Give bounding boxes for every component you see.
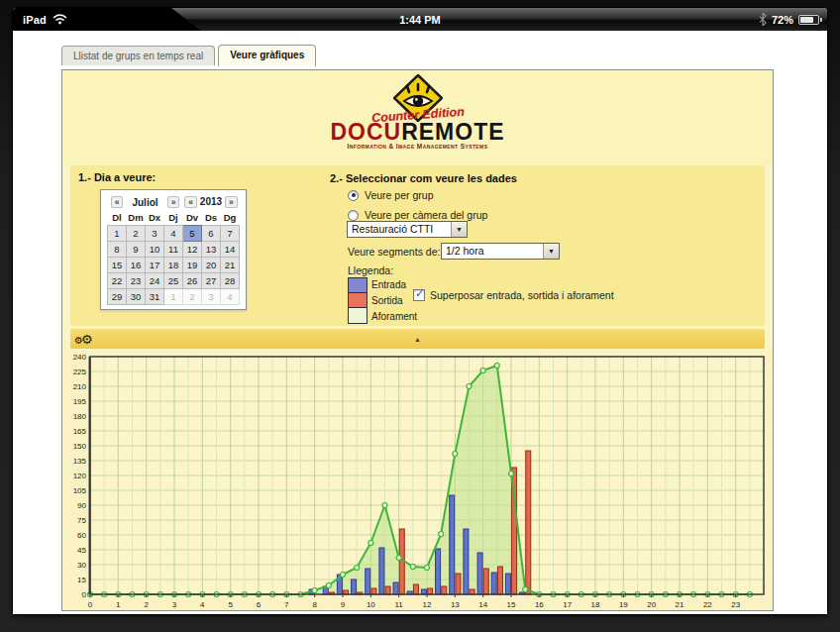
segments-label: Veure segments de: xyxy=(348,246,440,258)
docuremote-logo: Counter Edition DOCUREMOTE Information &… xyxy=(324,74,512,150)
svg-text:135: 135 xyxy=(73,457,87,466)
svg-text:19: 19 xyxy=(619,600,628,609)
legend-swatch-aforament xyxy=(349,308,367,323)
screen: iPad 1:44 PM 72% Llistat de grups en tem… xyxy=(13,8,827,614)
superposar-check-row: Superposar entrada, sortida i aforament xyxy=(413,289,614,301)
battery-icon xyxy=(798,15,819,25)
radio-veure-per-grup[interactable] xyxy=(348,190,359,201)
form-section: 1.- Dia a veure: «Juliol»« 2013 »DlDmDxD… xyxy=(70,165,765,326)
group-select[interactable]: Restauració CTTI ▼ xyxy=(347,221,468,238)
calendar-day[interactable]: 21 xyxy=(221,258,240,273)
status-bar: iPad 1:44 PM 72% xyxy=(13,8,827,31)
calendar-day[interactable]: 11 xyxy=(164,242,183,258)
group-select-value: Restauració CTTI xyxy=(348,222,451,237)
weekday-label: Dm xyxy=(127,210,146,226)
calendar-next-year[interactable]: » xyxy=(225,196,238,208)
svg-text:1: 1 xyxy=(116,600,121,609)
weekday-label: Dj xyxy=(164,210,183,226)
calendar-day[interactable]: 18 xyxy=(164,258,183,273)
calendar-day[interactable]: 1 xyxy=(164,289,183,305)
calendar-day[interactable]: 12 xyxy=(183,242,202,258)
svg-text:7: 7 xyxy=(284,600,289,609)
svg-text:5: 5 xyxy=(228,600,233,609)
svg-text:210: 210 xyxy=(73,382,87,391)
calendar-next-month[interactable]: » xyxy=(167,196,180,208)
calendar-prev-year[interactable]: « xyxy=(184,196,197,208)
calendar-day[interactable]: 17 xyxy=(146,258,164,273)
gear-icon[interactable]: ⚙ xyxy=(81,333,93,346)
calendar-day[interactable]: 20 xyxy=(202,258,221,273)
calendar-day[interactable]: 31 xyxy=(146,289,164,305)
weekday-label: Dg xyxy=(221,210,240,226)
settings-gears: ⚙ ⚙ xyxy=(74,333,93,346)
legend-item-label: Aforament xyxy=(371,309,417,325)
calendar-day[interactable]: 9 xyxy=(127,242,146,258)
calendar-day[interactable]: 22 xyxy=(108,273,127,289)
svg-text:14: 14 xyxy=(478,600,487,609)
radio-label-camera: Veure per càmera del grup xyxy=(365,209,487,221)
svg-text:165: 165 xyxy=(73,427,87,436)
tab-llistat-grups[interactable]: Llistat de grups en temps real xyxy=(61,46,215,65)
calendar-day[interactable]: 2 xyxy=(127,226,146,242)
collapse-panel-icon[interactable]: ▴ xyxy=(415,335,419,344)
svg-text:45: 45 xyxy=(77,546,86,555)
calendar-prev-month[interactable]: « xyxy=(111,196,124,208)
calendar-day[interactable]: 16 xyxy=(127,258,146,273)
calendar-day[interactable]: 2 xyxy=(183,289,202,305)
calendar-day[interactable]: 10 xyxy=(146,242,164,258)
calendar-day[interactable]: 7 xyxy=(221,226,240,242)
svg-text:12: 12 xyxy=(423,600,432,609)
calendar-year: « 2013 » xyxy=(183,194,240,210)
svg-text:150: 150 xyxy=(73,442,87,451)
svg-text:10: 10 xyxy=(367,600,375,609)
calendar-day[interactable]: 8 xyxy=(108,242,127,258)
svg-text:3: 3 xyxy=(172,600,177,609)
svg-text:15: 15 xyxy=(507,600,516,609)
section2-title: 2.- Seleccionar com veure les dades xyxy=(330,172,517,184)
ipad-frame: iPad 1:44 PM 72% Llistat de grups en tem… xyxy=(0,0,840,632)
chart-toolbar: ⚙ ⚙ ▴ xyxy=(70,329,765,349)
segments-select[interactable]: 1/2 hora ▼ xyxy=(441,243,560,260)
calendar-day[interactable]: 4 xyxy=(221,289,240,305)
radio-veure-per-camera[interactable] xyxy=(348,210,359,221)
svg-text:21: 21 xyxy=(676,600,684,609)
calendar-day[interactable]: 30 xyxy=(127,289,146,305)
calendar-day[interactable]: 26 xyxy=(183,273,202,289)
calendar-day[interactable]: 5 xyxy=(183,226,202,242)
calendar-day[interactable]: 29 xyxy=(108,289,127,305)
calendar-day[interactable]: 19 xyxy=(183,258,202,273)
calendar-day[interactable]: 3 xyxy=(202,289,221,305)
calendar-day[interactable]: 14 xyxy=(221,242,240,258)
status-right: 72% xyxy=(759,8,819,31)
section1-title: 1.- Dia a veure: xyxy=(78,171,156,183)
svg-text:8: 8 xyxy=(312,600,317,609)
calendar-day[interactable]: 4 xyxy=(164,226,183,242)
calendar-day[interactable]: 6 xyxy=(202,226,221,242)
calendar-day[interactable]: 28 xyxy=(221,273,240,289)
chart-canvas: 0153045607590105120135150165180195210225… xyxy=(62,351,775,612)
calendar-day[interactable]: 23 xyxy=(127,273,146,289)
main-panel: Counter Edition DOCUREMOTE Information &… xyxy=(61,69,774,611)
svg-text:13: 13 xyxy=(451,600,460,609)
bluetooth-icon xyxy=(759,13,767,26)
legend-item-label: Sortida xyxy=(371,293,417,309)
calendar-day[interactable]: 1 xyxy=(108,226,127,242)
chevron-down-icon: ▼ xyxy=(543,244,559,259)
calendar-day[interactable]: 27 xyxy=(202,273,221,289)
legend-swatch-entrada xyxy=(349,278,367,293)
calendar-day[interactable]: 25 xyxy=(164,273,183,289)
radio-label-grup: Veure per grup xyxy=(365,189,433,201)
calendar-day[interactable]: 24 xyxy=(146,273,164,289)
calendar-day[interactable]: 15 xyxy=(108,258,127,273)
segments-select-value: 1/2 hora xyxy=(442,244,543,259)
radio-row-camera: Veure per càmera del grup xyxy=(348,209,487,221)
calendar-day[interactable]: 3 xyxy=(146,226,164,242)
tab-veure-grafiques[interactable]: Veure gràfiques xyxy=(218,45,316,66)
superposar-checkbox[interactable] xyxy=(413,289,425,301)
svg-text:120: 120 xyxy=(73,472,87,480)
web-page: Llistat de grups en temps real Veure grà… xyxy=(13,31,827,614)
svg-text:15: 15 xyxy=(77,576,86,584)
legend-swatches xyxy=(348,277,368,324)
svg-text:240: 240 xyxy=(73,353,87,362)
calendar-day[interactable]: 13 xyxy=(202,242,221,258)
